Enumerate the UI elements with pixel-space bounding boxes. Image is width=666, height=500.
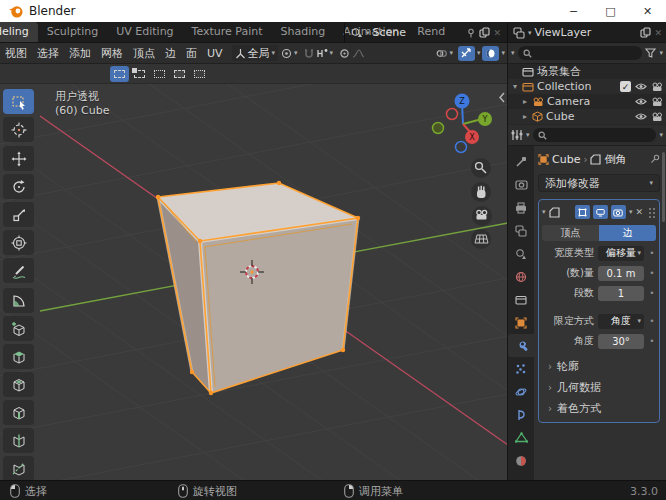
expand-icon[interactable]: ▸ xyxy=(521,97,529,106)
tool-add-cube[interactable] xyxy=(3,316,34,341)
section-shading[interactable]: › 着色方式 xyxy=(542,399,656,418)
animate-dot-icon[interactable]: • xyxy=(648,268,656,278)
tool-bevel[interactable] xyxy=(3,400,34,425)
tab-tool-properties[interactable] xyxy=(508,150,534,173)
delete-modifier-icon[interactable]: ✕ xyxy=(635,207,643,217)
tab-object-properties[interactable] xyxy=(508,311,534,334)
gizmo-neg-x[interactable] xyxy=(447,109,458,120)
outliner-editor-chevron[interactable]: ▾ xyxy=(511,49,515,57)
tab-object-data-properties[interactable] xyxy=(508,426,534,449)
modifier-extras-chevron[interactable]: ▾ xyxy=(629,208,633,216)
pin-icon[interactable] xyxy=(650,154,660,164)
menu-add[interactable]: 添加 xyxy=(64,46,96,61)
section-profile[interactable]: › 轮廓 xyxy=(542,357,656,376)
tool-move[interactable] xyxy=(3,146,34,171)
breadcrumb-modifier[interactable]: 倒角 xyxy=(604,152,626,167)
tool-annotate[interactable] xyxy=(3,258,34,283)
tab-edges[interactable]: 边 xyxy=(599,225,656,241)
outliner-row-collection[interactable]: ▾ Collection ✓ xyxy=(508,79,666,94)
tab-constraint-properties[interactable] xyxy=(508,403,534,426)
viewlayer-selector[interactable]: ▾ ViewLayer ✕ xyxy=(509,22,666,43)
snap-controls[interactable]: ▾ xyxy=(301,47,337,60)
collection-checkbox[interactable]: ✓ xyxy=(620,81,631,92)
tab-scene-properties[interactable] xyxy=(508,242,534,265)
animate-dot-icon[interactable]: • xyxy=(648,316,656,326)
hide-eye-icon[interactable] xyxy=(635,82,647,91)
workspace-tab-sculpting[interactable]: Sculpting xyxy=(38,22,107,42)
section-geometry[interactable]: › 几何数据 xyxy=(542,378,656,397)
outliner-row-cube[interactable]: ▸ Cube xyxy=(508,109,666,124)
remove-viewlayer-icon[interactable]: ✕ xyxy=(654,28,662,38)
shading-mode-button[interactable] xyxy=(482,46,499,61)
filter-icon[interactable] xyxy=(645,48,656,58)
scene-dropdown-chevron[interactable]: ▾ xyxy=(366,29,370,37)
tab-modifier-properties[interactable] xyxy=(508,334,534,357)
properties-scrollbar[interactable] xyxy=(662,152,665,222)
show-gizmo-dropdown[interactable]: ▾ xyxy=(433,47,456,60)
transform-orientation-dropdown[interactable]: 全局 ▾ xyxy=(232,45,279,61)
animate-dot-icon[interactable]: • xyxy=(648,288,656,298)
tab-particle-properties[interactable] xyxy=(508,357,534,380)
breadcrumb-object[interactable]: Cube xyxy=(552,153,580,166)
gizmo-neg-z[interactable] xyxy=(456,142,467,153)
tool-transform[interactable] xyxy=(3,230,34,255)
tab-collection-properties[interactable] xyxy=(508,288,534,311)
tab-render-properties[interactable] xyxy=(508,173,534,196)
viewlayer-name[interactable]: ViewLayer xyxy=(535,26,592,39)
display-editmode-toggle[interactable] xyxy=(575,205,590,219)
unlink-scene-icon[interactable]: ✕ xyxy=(493,28,501,38)
new-scene-icon[interactable] xyxy=(479,27,490,38)
properties-filter-chevron[interactable]: ▾ xyxy=(659,131,663,139)
select-mode-invert-button[interactable] xyxy=(170,66,189,82)
pin-icon[interactable] xyxy=(466,28,476,38)
properties-search-input[interactable] xyxy=(533,128,657,142)
workspace-tab-uv-editing[interactable]: UV Editing xyxy=(107,22,182,42)
tab-material-properties[interactable] xyxy=(508,449,534,472)
width-type-dropdown[interactable]: 偏移量 ▾ xyxy=(598,246,644,261)
viewport-canvas[interactable]: Z Y X xyxy=(0,84,508,480)
scene-name[interactable]: Scene xyxy=(373,26,407,39)
tool-measure[interactable] xyxy=(3,288,34,313)
scene-selector[interactable]: ▾ Scene ✕ xyxy=(347,22,505,43)
workspace-tab-shading[interactable]: Shading xyxy=(272,22,335,42)
display-render-toggle[interactable] xyxy=(611,205,626,219)
pan-hand-icon[interactable] xyxy=(477,186,486,198)
expand-icon[interactable]: ▾ xyxy=(511,82,519,91)
outliner-row-scene-collection[interactable]: ▾ 场景集合 xyxy=(508,64,666,79)
proportional-editing-controls[interactable] xyxy=(336,47,368,60)
select-mode-new-button[interactable] xyxy=(110,66,129,82)
drag-handle-icon[interactable] xyxy=(648,207,656,218)
menu-edge[interactable]: 边 xyxy=(160,46,181,61)
tab-vertices[interactable]: 顶点 xyxy=(542,225,599,241)
tab-world-properties[interactable] xyxy=(508,265,534,288)
tool-loop-cut[interactable] xyxy=(3,428,34,453)
minimize-button[interactable]: ─ xyxy=(555,0,592,22)
outliner-row-camera[interactable]: ▸ Camera xyxy=(508,94,666,109)
tool-knife[interactable] xyxy=(3,456,34,480)
display-realtime-toggle[interactable] xyxy=(593,205,608,219)
select-mode-extend-button[interactable] xyxy=(130,66,149,82)
hide-eye-icon[interactable] xyxy=(635,112,647,121)
properties-editor-chevron[interactable]: ▾ xyxy=(526,131,530,139)
tool-scale[interactable] xyxy=(3,202,34,227)
angle-field[interactable]: 30° xyxy=(598,334,644,349)
animate-dot-icon[interactable]: • xyxy=(648,248,656,258)
tool-rotate[interactable] xyxy=(3,174,34,199)
menu-uv[interactable]: UV xyxy=(202,47,228,60)
disable-render-camera-icon[interactable] xyxy=(651,97,663,107)
pivot-point-dropdown[interactable]: ▾ xyxy=(278,47,301,60)
filter-chevron[interactable]: ▾ xyxy=(659,49,663,57)
shading-chevron[interactable]: ▾ xyxy=(501,49,505,57)
tool-cursor[interactable] xyxy=(3,117,34,142)
workspace-tab-modeling[interactable]: deling xyxy=(0,22,38,42)
tool-inset-faces[interactable] xyxy=(3,372,34,397)
gizmo-neg-y[interactable] xyxy=(433,123,444,134)
tab-viewlayer-properties[interactable] xyxy=(508,219,534,242)
segments-field[interactable]: 1 xyxy=(598,286,644,301)
tab-physics-properties[interactable] xyxy=(508,380,534,403)
maximize-button[interactable]: □ xyxy=(592,0,629,22)
tool-extrude-region[interactable] xyxy=(3,344,34,369)
limit-method-dropdown[interactable]: 角度 ▾ xyxy=(598,314,644,329)
select-mode-subtract-button[interactable] xyxy=(150,66,169,82)
menu-face[interactable]: 面 xyxy=(181,46,202,61)
